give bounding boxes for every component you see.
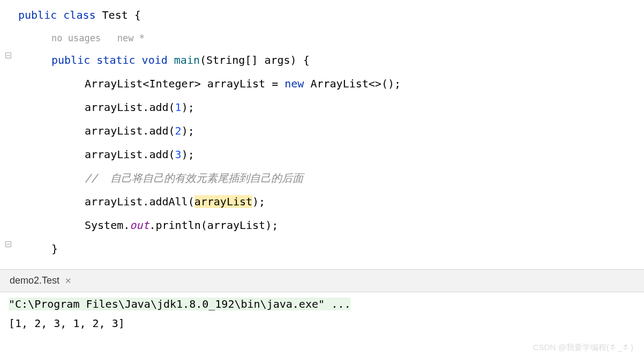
code-block[interactable]: public class Test { no usages new * publ… (0, 3, 644, 261)
number-literal: 3 (175, 148, 182, 161)
code-line-arraylist-decl[interactable]: ArrayList<Integer> arrayList = new Array… (18, 72, 644, 95)
code-editor[interactable]: public class Test { no usages new * publ… (0, 0, 644, 261)
code-text: arrayList.add( (85, 101, 175, 114)
method-params: (String[] args) { (200, 54, 310, 66)
code-line-println[interactable]: System.out.println(arrayList); (18, 213, 644, 237)
keyword-public: public (51, 54, 90, 66)
watermark-text: CSDN @我要学编程(ಥ_ಥ) (533, 343, 633, 353)
keyword-new: new (284, 77, 304, 90)
inlay-hints-line[interactable]: no usages new * (18, 27, 644, 48)
code-text: ); (182, 148, 194, 161)
code-text: ArrayList<>(); (304, 77, 401, 90)
number-literal: 1 (175, 101, 182, 114)
run-tab-label: demo2.Test (10, 275, 59, 286)
java-command-path: "C:\Program Files\Java\jdk1.8.0_192\bin\… (9, 298, 325, 310)
method-name: main (174, 54, 200, 66)
console-output[interactable]: "C:\Program Files\Java\jdk1.8.0_192\bin\… (0, 292, 644, 335)
highlighted-identifier: arrayList (194, 195, 252, 208)
editor-gutter (0, 0, 15, 261)
code-line-add3[interactable]: arrayList.add(3); (18, 143, 644, 166)
brace-open: { (134, 9, 141, 21)
code-line-add2[interactable]: arrayList.add(2); (18, 119, 644, 143)
run-tab[interactable]: demo2.Test ✕ (5, 273, 76, 288)
code-line-add1[interactable]: arrayList.add(1); (18, 95, 644, 119)
comment-slashes: // (85, 172, 104, 184)
code-line-addall[interactable]: arrayList.addAll(arrayList); (18, 190, 644, 213)
code-text: ); (182, 124, 194, 137)
code-text: arrayList.addAll( (85, 195, 194, 208)
fold-collapse-icon[interactable] (5, 53, 11, 60)
class-name: Test (102, 9, 128, 21)
vcs-hint[interactable]: new * (117, 33, 145, 43)
code-text: ArrayList<Integer> arrayList = (85, 77, 284, 90)
console-output-line: [1, 2, 3, 1, 2, 3] (9, 314, 635, 333)
command-ellipsis[interactable]: ... (325, 298, 350, 310)
fold-end-icon[interactable] (5, 241, 11, 249)
keyword-void: void (142, 54, 168, 66)
class-declaration-line[interactable]: public class Test { (18, 3, 644, 27)
method-signature-line[interactable]: public static void main(String[] args) { (18, 48, 644, 72)
code-text: ); (182, 101, 194, 114)
code-line-comment[interactable]: // 自己将自己的有效元素尾插到自己的后面 (18, 166, 644, 190)
code-text: ); (252, 195, 265, 208)
brace-close: } (51, 242, 58, 255)
run-tabs-bar: demo2.Test ✕ (0, 270, 644, 292)
console-command-line: "C:\Program Files\Java\jdk1.8.0_192\bin\… (9, 294, 635, 314)
comment-text: 自己将自己的有效元素尾插到自己的后面 (104, 172, 303, 184)
code-text: arrayList.add( (85, 148, 175, 161)
keyword-static: static (96, 54, 135, 66)
code-text: arrayList.add( (85, 124, 175, 137)
code-text: .println(arrayList); (149, 219, 278, 232)
number-literal: 2 (175, 124, 182, 137)
usages-hint[interactable]: no usages (51, 33, 101, 43)
close-icon[interactable]: ✕ (65, 276, 72, 286)
code-text: System. (85, 219, 130, 232)
method-close-brace[interactable]: } (18, 237, 644, 261)
static-field-out: out (130, 219, 149, 232)
keyword-public: public (18, 9, 57, 21)
keyword-class: class (63, 9, 95, 21)
